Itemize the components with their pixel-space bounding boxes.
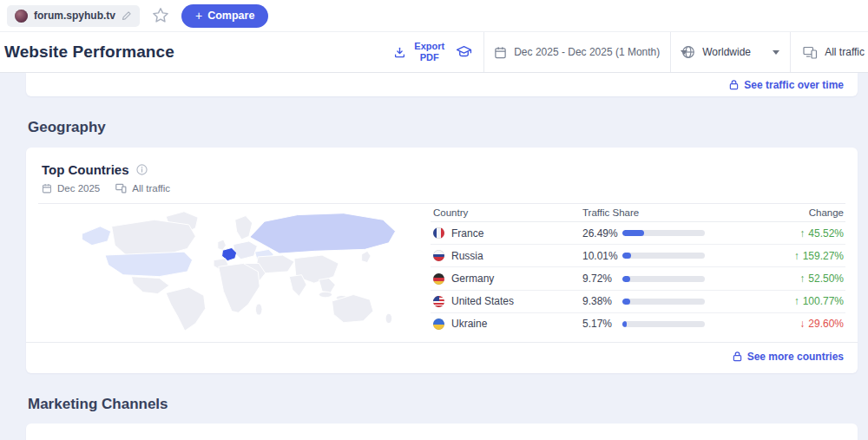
card-filter-traffic: All traffic [132, 183, 170, 194]
geography-section-title: Geography [28, 119, 868, 136]
map-southeast-asia [319, 278, 335, 292]
traffic-share-bar-fill [622, 299, 630, 305]
column-change: Change [639, 207, 845, 218]
top-countries-table: Country Traffic Share Change France [431, 204, 845, 335]
topbar: forum.spyhub.tv + Compare [0, 0, 868, 31]
traffic-share-bar [622, 253, 705, 259]
devices-icon [803, 46, 818, 59]
change-arrow-icon: ↑ [799, 227, 805, 240]
country-flag-icon [433, 227, 444, 239]
traffic-share-bar [622, 321, 705, 327]
download-icon [393, 46, 406, 59]
change-value: ↑ 52.50% [705, 273, 845, 285]
traffic-share-bar [622, 230, 705, 236]
devices-icon [115, 183, 127, 194]
country-name: Germany [451, 273, 494, 285]
export-pdf-button[interactable]: ExportPDF [382, 32, 483, 72]
country-flag-icon [433, 319, 444, 330]
change-value: ↑ 45.52% [705, 227, 845, 240]
change-arrow-icon: ↑ [799, 273, 805, 285]
geography-value: Worldwide [702, 46, 760, 58]
lock-icon [733, 351, 742, 362]
domain-selector-chip[interactable]: forum.spyhub.tv [7, 5, 140, 27]
marketing-channels-section-title: Marketing Channels [28, 396, 868, 413]
column-country: Country [431, 207, 582, 218]
lock-icon [729, 79, 739, 90]
table-body: France 26.49% ↑ 45.52% [431, 222, 845, 335]
change-arrow-icon: ↑ [794, 250, 799, 262]
traffic-share-bar-fill [622, 230, 644, 236]
card-footer: See more countries [26, 342, 858, 370]
country-row: Russia 10.01% ↑ 159.27% [431, 245, 845, 267]
plus-icon: + [195, 10, 202, 22]
domain-name: forum.spyhub.tv [34, 10, 115, 22]
change-value: ↓ 29.60% [705, 318, 845, 330]
edit-pencil-icon[interactable] [122, 10, 132, 21]
map-new-zealand [385, 313, 392, 323]
column-traffic-share: Traffic Share [582, 207, 639, 218]
map-scandinavia [235, 215, 253, 239]
traffic-share-bar-fill [622, 321, 627, 327]
country-name: Russia [451, 250, 483, 262]
date-range-value: Dec 2025 - Dec 2025 (1 Month) [514, 46, 660, 58]
map-russia [250, 213, 396, 253]
traffic-share-value: 9.38% [582, 295, 622, 307]
country-flag-icon [433, 273, 444, 285]
country-name: Ukraine [451, 318, 487, 330]
map-madagascar [255, 303, 262, 314]
table-header: Country Traffic Share Change [431, 204, 845, 222]
country-flag-icon [433, 250, 444, 261]
map-indonesia [319, 292, 332, 298]
map-canada [112, 220, 196, 257]
traffic-share-value: 9.72% [582, 273, 622, 285]
country-flag-icon [433, 296, 444, 307]
map-united-states [105, 252, 192, 276]
change-value: ↑ 159.27% [705, 250, 845, 262]
country-row: Germany 9.72% ↑ 52.50% [431, 267, 845, 290]
top-countries-card: Top Countries Dec 2025 All traffic [26, 148, 858, 373]
page-title: Website Performance [4, 43, 382, 62]
calendar-icon [42, 183, 52, 194]
see-traffic-over-time-link[interactable]: See traffic over time [729, 79, 844, 91]
favorite-star-icon[interactable] [151, 6, 170, 25]
see-more-countries-link[interactable]: See more countries [733, 351, 844, 363]
world-map [38, 204, 431, 335]
map-south-america [166, 286, 205, 330]
chevron-down-icon [773, 50, 779, 55]
traffic-share-bar [622, 299, 705, 305]
graduation-cap-icon[interactable] [456, 45, 472, 59]
site-favicon [15, 10, 28, 23]
traffic-type-value: All traffic [825, 46, 865, 58]
change-value: ↑ 100.77% [705, 295, 845, 307]
map-mexico [131, 276, 169, 293]
country-row: United States 9.38% ↑ 100.77% [431, 291, 845, 313]
country-name: United States [451, 295, 514, 307]
traffic-share-bar [622, 276, 705, 282]
traffic-share-value: 5.17% [582, 318, 622, 330]
change-arrow-icon: ↓ [799, 318, 805, 330]
traffic-share-value: 26.49% [582, 227, 622, 240]
main-content: See traffic over time Geography Top Coun… [0, 73, 868, 440]
traffic-share-bar-fill [622, 253, 631, 259]
page-header: Website Performance ExportPDF Dec 2025 -… [0, 31, 868, 73]
change-arrow-icon: ↑ [794, 295, 799, 307]
country-row: France 26.49% ↑ 45.52% [431, 222, 845, 245]
traffic-overview-card-bottom: See traffic over time [26, 73, 858, 96]
info-icon[interactable] [136, 164, 148, 175]
date-range-dropdown[interactable]: Dec 2025 - Dec 2025 (1 Month) [484, 32, 670, 72]
country-name: France [451, 227, 483, 240]
compare-button[interactable]: + Compare [181, 4, 268, 28]
traffic-type-dropdown[interactable]: All traffic [791, 32, 868, 72]
card-title: Top Countries [42, 162, 129, 177]
globe-icon [681, 45, 695, 59]
map-united-kingdom [218, 240, 226, 250]
traffic-share-value: 10.01% [582, 250, 622, 262]
map-alaska [82, 226, 111, 245]
marketing-channels-card [26, 424, 858, 440]
traffic-share-bar-fill [622, 276, 630, 282]
map-africa [219, 263, 260, 312]
card-filter-date: Dec 2025 [57, 183, 100, 194]
map-europe [233, 240, 257, 259]
geography-dropdown[interactable]: Worldwide [671, 32, 790, 72]
country-row: Ukraine 5.17% ↓ 29.60% [431, 313, 845, 335]
